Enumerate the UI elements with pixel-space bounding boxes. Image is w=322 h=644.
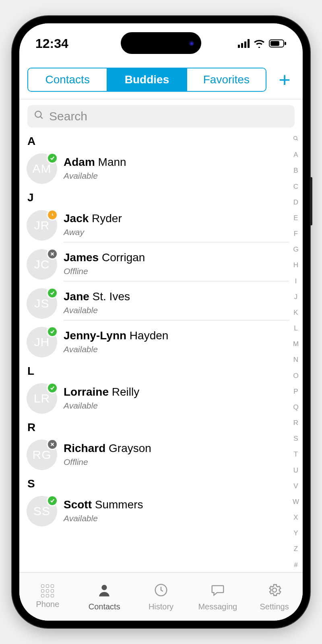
contact-row[interactable]: RGRichard GraysonOffline [19,436,289,474]
contact-first-name: Jack [64,212,89,225]
contact-row[interactable]: SSScott SummersAvailable [19,492,289,530]
contact-name: James Corrigan [64,251,289,264]
contact-first-name: Jane [64,290,89,303]
tabbar-history[interactable]: History [133,573,190,621]
presence-available-icon [47,287,58,299]
plus-icon: + [279,68,290,91]
contact-row[interactable]: JRJack RyderAway [19,206,289,245]
presence-available-icon [47,326,58,337]
index-letter[interactable]: D [293,199,298,206]
search-input[interactable] [49,109,288,123]
index-rail[interactable]: ABCDEFGHIJKLMNOPQRSTUVWXYZ# [291,134,301,570]
index-letter[interactable]: M [293,341,299,347]
index-search-icon[interactable] [293,136,299,142]
contact-row[interactable]: JHJenny-Lynn HaydenAvailable [19,323,289,361]
avatar-wrap: SS [27,496,57,526]
index-letter[interactable]: Y [293,530,298,537]
index-letter[interactable]: Z [294,545,298,552]
index-letter[interactable]: # [294,561,297,568]
index-letter[interactable]: W [293,498,299,505]
contact-row[interactable]: LRLorraine ReillyAvailable [19,379,289,418]
contact-status: Offline [64,266,289,276]
svg-line-4 [40,116,42,118]
contact-info: Lorraine ReillyAvailable [64,382,289,415]
presence-offline-icon [47,248,58,260]
svg-rect-1 [270,41,279,46]
index-letter[interactable]: P [293,388,298,395]
index-letter[interactable]: O [293,372,298,379]
index-letter[interactable]: J [294,293,298,300]
svg-point-3 [35,111,41,117]
avatar-wrap: JR [27,210,57,241]
contact-last-name: Reilly [109,386,139,398]
search-wrap [19,99,303,132]
contact-status: Available [64,171,289,181]
index-letter[interactable]: V [293,483,298,489]
tabbar-settings[interactable]: Settings [246,573,303,621]
contact-info: Scott SummersAvailable [64,494,289,528]
presence-offline-icon [47,439,58,450]
presence-available-icon [47,153,58,164]
index-letter[interactable]: L [294,325,297,332]
avatar-wrap: AM [27,153,57,184]
tabbar-messaging[interactable]: Messaging [189,573,246,621]
index-letter[interactable]: N [293,356,298,363]
index-letter[interactable]: A [293,151,298,158]
tabbar: Phone Contacts History Messaging [19,572,303,621]
index-letter[interactable]: G [293,246,298,253]
cellular-icon [238,39,250,48]
index-letter[interactable]: H [293,262,298,268]
tab-buddies[interactable]: Buddies [107,68,187,91]
contact-first-name: James [64,251,99,264]
tabbar-contacts[interactable]: Contacts [76,573,133,621]
index-letter[interactable]: R [293,419,298,426]
tab-contacts[interactable]: Contacts [28,68,107,91]
tab-favorites[interactable]: Favorites [187,68,266,91]
svg-point-10 [272,588,277,592]
index-letter[interactable]: S [293,435,298,442]
gear-icon [267,582,282,600]
tabbar-phone[interactable]: Phone [19,573,76,621]
contact-status: Available [64,514,289,523]
section-header: R [19,418,289,436]
index-letter[interactable]: U [293,467,298,474]
index-letter[interactable]: C [293,183,298,190]
section-header: J [19,188,289,206]
index-letter[interactable]: Q [293,404,298,411]
index-letter[interactable]: I [295,278,297,285]
contact-row[interactable]: JSJane St. IvesAvailable [19,284,289,323]
index-letter[interactable]: T [294,451,298,458]
search-field[interactable] [27,105,295,128]
contact-name: Lorraine Reilly [64,386,289,398]
tabbar-contacts-label: Contacts [89,602,120,611]
contact-status: Available [64,345,289,354]
screen: 12:34 Contacts Buddies Favorites [19,23,303,621]
contact-row[interactable]: JCJames CorriganOffline [19,245,289,284]
person-icon [97,582,112,600]
status-time: 12:34 [35,36,68,51]
index-letter[interactable]: K [293,309,298,316]
avatar-wrap: RG [27,440,57,470]
contact-first-name: Richard [64,442,105,454]
index-letter[interactable]: X [293,514,298,521]
index-letter[interactable]: E [293,215,298,221]
tabbar-messaging-label: Messaging [198,602,237,611]
add-button[interactable]: + [275,68,295,91]
index-letter[interactable]: F [294,230,298,237]
message-icon [210,582,225,600]
section-header: S [19,474,289,492]
contact-info: Jack RyderAway [64,208,289,242]
avatar-wrap: JC [27,249,57,280]
contact-first-name: Jenny-Lynn [64,329,126,342]
contact-last-name: St. Ives [89,290,130,303]
side-button [310,177,312,225]
contact-status: Offline [64,457,289,467]
index-letter[interactable]: B [293,167,298,174]
tabbar-phone-label: Phone [36,600,59,609]
contact-info: Jane St. IvesAvailable [64,286,289,320]
contact-name: Jack Ryder [64,212,289,225]
contact-row[interactable]: AMAdam MannAvailable [19,149,289,188]
presence-available-icon [47,495,58,506]
contact-info: Adam MannAvailable [64,152,289,186]
contacts-list[interactable]: AAMAdam MannAvailableJJRJack RyderAwayJC… [19,132,303,572]
